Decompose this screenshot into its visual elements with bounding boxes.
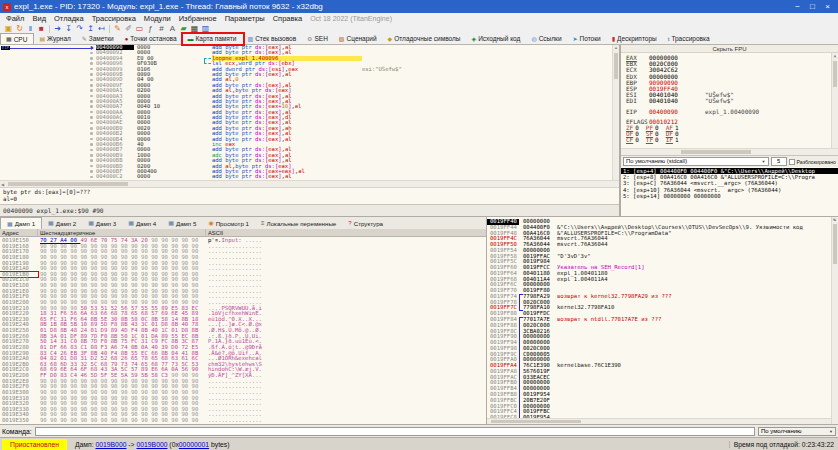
registers-horizontal-scrollbar[interactable] bbox=[621, 148, 838, 155]
scroll-left-icon[interactable]: ◀ bbox=[1, 182, 4, 188]
tab-references[interactable]: ◎Ссылки bbox=[526, 33, 567, 44]
flag-value[interactable]: 1 bbox=[675, 137, 679, 143]
tab-label: Журнал bbox=[47, 35, 71, 42]
breakpoint-dot[interactable] bbox=[90, 170, 93, 173]
tab-breakpoints[interactable]: ●Точки останова bbox=[120, 33, 183, 44]
stack-horizontal-scrollbar[interactable] bbox=[487, 418, 831, 424]
tab-handles[interactable]: ▮Дескрипторы bbox=[607, 33, 663, 44]
command-profile-select[interactable]: По умолчанию ▼ bbox=[758, 427, 836, 436]
registers-column: Скрыть FPU EAX00000000EBX0020C000ECX3004… bbox=[620, 45, 838, 216]
dump-row[interactable]: 0019E35090 90 90 90 90 90 90 90 90 90 90… bbox=[0, 418, 486, 424]
tab-source[interactable]: ◈Исходный код bbox=[467, 33, 527, 44]
menu-item[interactable]: Модули bbox=[140, 14, 175, 23]
breakpoint-dot[interactable] bbox=[90, 52, 93, 55]
tab-cpu[interactable]: ▦CPU bbox=[0, 33, 34, 44]
menu-item[interactable]: Избранное bbox=[175, 14, 221, 23]
tab-locals[interactable]: ≡Локальные переменные bbox=[255, 217, 342, 229]
tab-call-stack[interactable]: ▥Стек вызовов bbox=[242, 33, 302, 44]
breakpoint-dot[interactable] bbox=[90, 111, 93, 114]
scroll-down-icon[interactable]: ▼ bbox=[832, 217, 838, 424]
unlock-checkbox[interactable] bbox=[789, 159, 795, 165]
stack-panel[interactable]: 0019FF40000000000019FF44004400F0&"C:\\Us… bbox=[487, 217, 838, 424]
tab-trace[interactable]: tТрассировка bbox=[663, 33, 716, 44]
tab-watch-1[interactable]: ◉Просмотр 1 bbox=[202, 217, 255, 229]
jump-arrow bbox=[204, 58, 211, 64]
command-input[interactable] bbox=[35, 427, 755, 436]
scroll-down-icon[interactable]: ▼ bbox=[832, 53, 838, 148]
breakpoint-dot[interactable] bbox=[90, 89, 93, 92]
tab-symbols[interactable]: ◆Отладочные символы bbox=[383, 33, 467, 44]
close-button[interactable]: × bbox=[820, 0, 835, 13]
argument-row[interactable]: 5: [esp+14] 00000000 00000000 bbox=[621, 193, 838, 199]
dump-panel: ▦Дамп 1▦Дамп 2▦Дамп 3▦Дамп 4▦Дамп 5◉Прос… bbox=[0, 217, 487, 424]
menu-item[interactable]: Трассировка bbox=[88, 14, 140, 23]
breakpoint-dot[interactable] bbox=[90, 138, 93, 141]
calling-convention-select[interactable]: По умолчанию (stdcall) ▼ bbox=[623, 157, 769, 166]
breakpoint-dot[interactable] bbox=[90, 122, 93, 125]
stack-vertical-scrollbar[interactable]: ▲ ▼ bbox=[831, 217, 838, 424]
tab-script[interactable]: ▧Сценарий bbox=[334, 33, 383, 44]
arguments-panel[interactable]: 1: [esp+4] 004400F0 004400F0 &"C:\\Users… bbox=[621, 167, 838, 216]
breakpoint-dot[interactable] bbox=[90, 62, 93, 65]
tab-dump-2[interactable]: ▦Дамп 2 bbox=[42, 217, 82, 229]
tab-memory-map[interactable]: ▬Карта памяти bbox=[183, 33, 243, 44]
breakpoint-dot[interactable] bbox=[90, 95, 93, 98]
disassembly-column: 004000900000add byte ptr ds:[eax],al0040… bbox=[0, 45, 620, 216]
tab-notes-icon: ✎ bbox=[82, 36, 87, 42]
breakpoint-dot[interactable] bbox=[90, 149, 93, 152]
menu-item[interactable]: Справка bbox=[269, 14, 306, 23]
tab-struct[interactable]: ?Структура bbox=[342, 217, 389, 229]
tab-label: Локальные переменные bbox=[267, 220, 337, 227]
tab-dump-4[interactable]: ▦Дамп 4 bbox=[122, 217, 162, 229]
breakpoint-dot[interactable] bbox=[90, 105, 93, 108]
tab-seh[interactable]: ⚙SEH bbox=[302, 33, 334, 44]
dump-rows[interactable]: 0019E15070 27 A4 00 49 6E 70 75 74 3A 20… bbox=[0, 237, 486, 424]
tab-dump-5[interactable]: ▦Дамп 5 bbox=[162, 217, 202, 229]
tab-notes[interactable]: ✎Заметки bbox=[77, 33, 120, 44]
menu-item[interactable]: Вид bbox=[28, 14, 50, 23]
disasm-row[interactable]: 004000C20000add byte ptr ds:[eax],al bbox=[0, 174, 619, 179]
menu-item[interactable]: Параметры bbox=[221, 14, 269, 23]
flag-value[interactable]: 0 bbox=[635, 137, 639, 143]
hide-fpu-button[interactable]: Скрыть FPU bbox=[621, 45, 838, 53]
args-count-stepper[interactable]: 5 bbox=[771, 157, 787, 166]
breakpoint-dot[interactable] bbox=[90, 132, 93, 135]
tab-threads[interactable]: ➤Потоки bbox=[568, 33, 607, 44]
breakpoint-dot[interactable] bbox=[90, 73, 93, 76]
tab-dump-1[interactable]: ▦Дамп 1 bbox=[0, 217, 42, 229]
tab-label: Дамп 5 bbox=[176, 220, 196, 227]
breakpoint-dot[interactable] bbox=[90, 154, 93, 157]
disasm-horizontal-scrollbar[interactable]: ◀ bbox=[0, 180, 619, 187]
breakpoint-dot[interactable] bbox=[90, 57, 93, 60]
info-line: byte ptr ds:[eax]=[0]=??? bbox=[3, 189, 616, 196]
breakpoint-dot[interactable] bbox=[90, 100, 93, 103]
register-row[interactable]: EIP00400090expl_1.00400090 bbox=[621, 109, 838, 115]
breakpoint-dot[interactable] bbox=[90, 127, 93, 130]
tab-log[interactable]: ▤Журнал bbox=[34, 33, 76, 44]
breakpoint-dot[interactable] bbox=[90, 165, 93, 168]
breakpoint-dot[interactable] bbox=[90, 79, 93, 82]
breakpoint-dot[interactable] bbox=[90, 68, 93, 71]
disasm-vertical-scrollbar[interactable]: ▲ ▼ bbox=[612, 45, 619, 180]
scroll-down-icon[interactable]: ▼ bbox=[613, 45, 619, 180]
flag-value[interactable]: 0 bbox=[655, 137, 659, 143]
tab-dump-3[interactable]: ▦Дамп 3 bbox=[82, 217, 122, 229]
breakpoint-dot[interactable] bbox=[90, 176, 93, 179]
registers-panel[interactable]: EAX00000000EBX0020C000ECX30042C62EDX0000… bbox=[621, 53, 838, 148]
dump-size-link[interactable]: 00000001 bbox=[179, 441, 209, 448]
disassembly-panel[interactable]: 004000900000add byte ptr ds:[eax],al0040… bbox=[0, 45, 619, 180]
breakpoint-dot[interactable] bbox=[90, 84, 93, 87]
maximize-button[interactable]: □ bbox=[805, 0, 820, 13]
breakpoint-dot[interactable] bbox=[90, 116, 93, 119]
menu-item[interactable]: Отладка bbox=[50, 14, 88, 23]
breakpoint-dot[interactable] bbox=[90, 143, 93, 146]
minimize-button[interactable]: − bbox=[790, 0, 805, 13]
registers-vertical-scrollbar[interactable]: ▲ ▼ bbox=[831, 53, 838, 148]
dump-end-link[interactable]: 0019B000 bbox=[136, 441, 167, 448]
breakpoint-dot[interactable] bbox=[90, 159, 93, 162]
tab-label: Сценарий bbox=[347, 35, 377, 42]
menu-item[interactable]: Файл bbox=[2, 14, 28, 23]
register-row[interactable]: EDI00401040"UŠefw$" bbox=[621, 98, 838, 104]
dump-start-link[interactable]: 0019B000 bbox=[95, 441, 126, 448]
tab-label: Дескрипторы bbox=[617, 35, 657, 42]
